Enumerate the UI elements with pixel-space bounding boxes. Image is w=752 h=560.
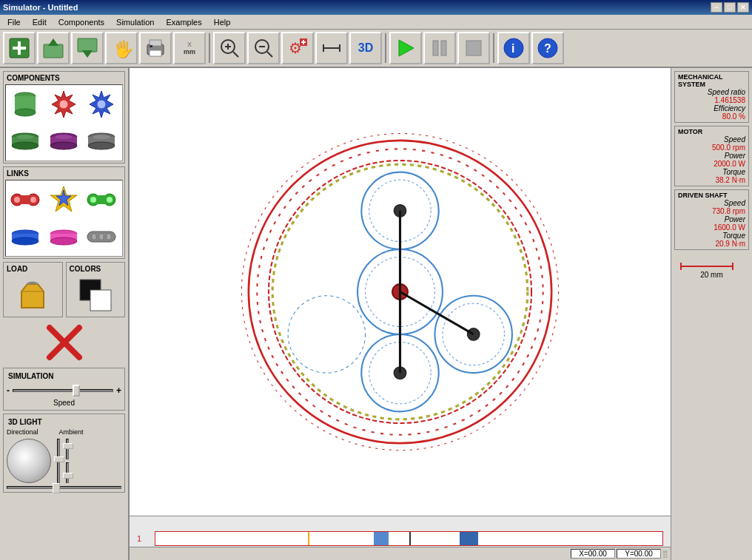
main-area: COMPONENTS [0, 68, 752, 560]
svg-marker-6 [82, 50, 93, 58]
canvas-area[interactable]: 1 X=00.00 Y=00.00 ⣿ [130, 68, 671, 560]
driven-speed-value: 730.8 rpm [678, 207, 745, 215]
menu-examples[interactable]: Examples [160, 16, 207, 28]
links-section: LINKS [3, 166, 125, 259]
directional-v-thumb[interactable] [54, 456, 64, 462]
open-button[interactable] [37, 32, 70, 64]
save-button[interactable] [71, 32, 104, 64]
component-red-gear[interactable] [46, 87, 81, 122]
speed-slider-thumb[interactable] [73, 385, 80, 397]
zoom-out-button[interactable] [247, 32, 280, 64]
stop-button[interactable] [457, 32, 490, 64]
light-title: 3D LIGHT [7, 417, 121, 427]
component-blue-gear[interactable] [84, 87, 119, 122]
timeline-marker-orange[interactable] [308, 532, 309, 545]
delete-symbol[interactable] [42, 320, 87, 365]
directional-ball[interactable] [7, 439, 51, 483]
timeline-bar[interactable]: 1 [137, 527, 663, 550]
svg-rect-3 [44, 44, 63, 58]
link-star[interactable] [46, 182, 81, 217]
svg-rect-9 [150, 40, 161, 46]
zoom-in-button[interactable] [213, 32, 246, 64]
ambient-thumb-1[interactable] [63, 443, 73, 449]
directional-v-track[interactable] [57, 439, 60, 483]
colors-title: COLORS [68, 264, 124, 274]
component-flat-grey[interactable] [84, 124, 119, 159]
svg-point-41 [12, 142, 38, 149]
svg-line-13 [233, 52, 238, 57]
colors-icon[interactable] [68, 275, 124, 315]
svg-marker-26 [399, 40, 414, 56]
app-title: Simulator - Untitled [3, 3, 78, 12]
ambient-thumb-2[interactable] [63, 473, 73, 479]
component-cylinder[interactable] [7, 87, 43, 122]
timeline-marker-blue1[interactable] [374, 532, 389, 545]
menu-help[interactable]: Help [208, 16, 237, 28]
link-red[interactable] [7, 182, 43, 217]
links-grid [5, 180, 123, 257]
svg-point-62 [107, 197, 113, 203]
svg-text:?: ? [544, 42, 551, 55]
svg-point-65 [12, 237, 38, 245]
toolbar-separator-2 [385, 33, 386, 63]
svg-rect-10 [150, 50, 161, 56]
link-green[interactable] [84, 182, 119, 217]
load-title: LOAD [5, 264, 61, 274]
link-pink-disc[interactable] [46, 219, 81, 254]
menu-file[interactable]: File [1, 16, 27, 28]
driven-power-label: Power [678, 215, 745, 223]
light-h-thumb[interactable] [53, 483, 60, 493]
directional-slider-v[interactable] [57, 439, 60, 483]
driven-power-value: 1600.0 W [678, 223, 745, 232]
light-h-slider-track[interactable] [7, 486, 121, 489]
coord-y: Y=00.00 [617, 549, 661, 559]
mechanical-system-title: MECHANICAL SYSTEM [678, 73, 745, 88]
canvas-main[interactable] [130, 68, 671, 516]
components-title: COMPONENTS [5, 73, 123, 83]
close-button[interactable]: ✕ [737, 2, 749, 13]
info-button[interactable]: i [497, 32, 530, 64]
units-button[interactable]: X mm [173, 32, 206, 64]
svg-point-61 [90, 197, 96, 203]
coord-x: X=00.00 [571, 549, 615, 559]
statusbar: X=00.00 Y=00.00 ⣿ [130, 547, 671, 560]
timeline-track[interactable] [155, 531, 663, 546]
driven-shaft-section: DRIVEN SHAFT Speed 730.8 rpm Power 1600.… [674, 189, 749, 250]
print-button[interactable] [139, 32, 172, 64]
speed-ratio-value: 1.461538 [678, 96, 745, 104]
3d-button[interactable]: 3D [349, 32, 382, 64]
component-flat-purple[interactable] [46, 124, 81, 159]
ambient-slider-1[interactable] [66, 439, 69, 459]
svg-point-50 [93, 135, 110, 139]
menu-components[interactable]: Components [53, 16, 110, 28]
link-blue-disc[interactable] [7, 219, 43, 254]
timeline-marker-blue2[interactable] [460, 532, 478, 545]
svg-rect-27 [433, 41, 438, 55]
minimize-button[interactable]: − [711, 2, 722, 13]
simulation-title: SIMULATION [7, 371, 121, 381]
svg-rect-74 [90, 290, 111, 311]
link-chain[interactable] [84, 219, 119, 254]
help-button[interactable]: ? [531, 32, 564, 64]
component-flat-green[interactable] [7, 124, 43, 159]
load-section: LOAD [3, 262, 63, 317]
timeline-number: 1 [137, 534, 152, 543]
new-button[interactable] [3, 32, 36, 64]
play-button[interactable] [389, 32, 422, 64]
distance-button[interactable] [315, 32, 348, 64]
svg-marker-4 [48, 38, 58, 46]
load-colors-row: LOAD COLORS [3, 262, 125, 317]
menu-edit[interactable]: Edit [27, 16, 53, 28]
motor-torque-value: 38.2 N·m [678, 176, 745, 184]
add-component-button[interactable]: ⚙ [281, 32, 314, 64]
ambient-slider-2[interactable] [66, 462, 69, 483]
light-controls [7, 439, 121, 483]
speed-slider-container: - + [7, 382, 121, 399]
pause-button[interactable] [423, 32, 456, 64]
load-icon[interactable] [5, 275, 61, 315]
menu-simulation[interactable]: Simulation [110, 16, 160, 28]
maximize-button[interactable]: □ [724, 2, 736, 13]
svg-point-42 [16, 135, 34, 139]
cursor-button[interactable]: 🖐 [105, 32, 138, 64]
speed-slider-track[interactable] [13, 389, 113, 392]
